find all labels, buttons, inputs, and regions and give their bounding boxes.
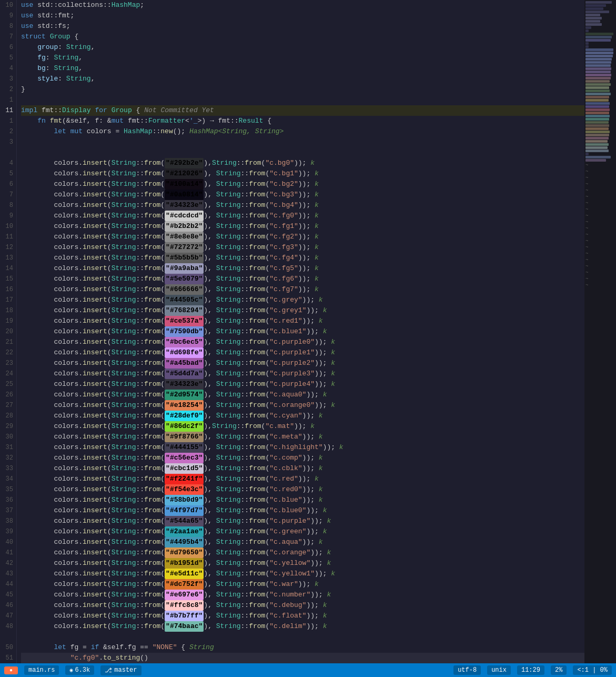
code-line: colors.insert(String::from("#292b2e"),St… (21, 158, 584, 168)
code-line: colors.insert(String::from("#e5d11c"), S… (21, 569, 584, 579)
size-icon: ◉ (69, 667, 73, 673)
code-line: colors.insert(String::from("#544a65"), S… (21, 516, 584, 526)
code-line (21, 632, 584, 642)
code-line: colors.insert(String::from("#9f8766"), S… (21, 432, 584, 442)
branch-name: master (114, 666, 137, 674)
code-line: colors.insert(String::from("#bc6ec5"), S… (21, 337, 584, 347)
code-line: colors.insert(String::from("#2d9574"), S… (21, 390, 584, 400)
code-line: colors.insert(String::from("#768294"), S… (21, 305, 584, 316)
code-line: use std::collections::HashMap; (21, 0, 584, 11)
code-line: colors.insert(String::from("#4f97d7"), S… (21, 505, 584, 516)
code-line: colors.insert(String::from("#cbc1d5"), S… (21, 463, 584, 474)
code-line: colors.insert(String::from("#8e8e8e"), S… (21, 232, 584, 242)
minimap: ~ ~ ~ ~ ~ ~ ~ ~ ~ ~ ~ ~ ~ ~ ~ ~ ~ ~ ~ ~ (584, 0, 616, 663)
code-line: colors.insert(String::from("#727272"), S… (21, 242, 584, 253)
code-line: group: String, (21, 42, 584, 53)
file-label: main.rs (28, 666, 55, 674)
cursor-pos-value: 11:29 (521, 666, 540, 674)
code-line: colors.insert(String::from("#58b0d9"), S… (21, 495, 584, 505)
code-line: colors.insert(String::from("#666666"), S… (21, 284, 584, 295)
code-line: colors.insert(String::from("#d698fe"), S… (21, 347, 584, 358)
code-line: colors.insert(String::from("#ce537a"), S… (21, 316, 584, 326)
encoding-value: utf-8 (458, 666, 477, 674)
zoom-level: 2% (551, 665, 567, 675)
encoding-label: utf-8 (453, 665, 481, 675)
code-line: colors.insert(String::from("#2aa1ae"), S… (21, 526, 584, 537)
branch-icon: ⎇ (105, 666, 112, 674)
statusbar: ● main.rs ◉ 6.3k ⎇ master utf-8 unix 11:… (0, 663, 616, 677)
code-line: use std::fmt; (21, 11, 584, 21)
code-editor: 10 9 8 7 6 5 4 3 2 1 11 1 2 3 4 5 6 7 8 … (0, 0, 616, 663)
code-line: colors.insert(String::from("#4495b4"), S… (21, 537, 584, 547)
code-line: colors.insert(String::from("#b1951d"), S… (21, 558, 584, 569)
code-line: colors.insert(String::from("#34323e"), S… (21, 200, 584, 211)
code-line (21, 147, 584, 158)
code-line: let mut colors = HashMap::new(); HashMap… (21, 126, 584, 137)
code-line: colors.insert(String::from("#34323e"), S… (21, 379, 584, 390)
code-line-cursor: "c.fg0".to_string() (21, 653, 584, 663)
code-line: colors.insert(String::from("#86dc2f"),St… (21, 421, 584, 432)
code-line: colors.insert(String::from("#5e5079"), S… (21, 274, 584, 284)
code-line: colors.insert(String::from("#9a9aba"), S… (21, 263, 584, 274)
branch-label: ⎇ master (100, 665, 141, 675)
code-line: colors.insert(String::from("#5b5b5b"), S… (21, 253, 584, 263)
code-line: let fg = if &self.fg == "NONE" { String (21, 642, 584, 653)
size-value: 6.3k (75, 666, 90, 674)
file-size: ◉ 6.3k (65, 665, 94, 675)
code-line: colors.insert(String::from("#dc752f"), S… (21, 579, 584, 590)
code-line: colors.insert(String::from("#e18254"), S… (21, 400, 584, 411)
cursor-position: 11:29 (517, 665, 544, 675)
code-line-commit: impl fmt::Display for Group { Not Commit… (21, 105, 584, 116)
code-line: colors.insert(String::from("#f2241f"), S… (21, 474, 584, 484)
code-line: colors.insert(String::from("#5d4d7a"), S… (21, 369, 584, 379)
code-line: colors.insert(String::from("#e697e6"), S… (21, 590, 584, 600)
code-line: colors.insert(String::from("#7590db"), S… (21, 326, 584, 337)
editor-container: 10 9 8 7 6 5 4 3 2 1 11 1 2 3 4 5 6 7 8 … (0, 0, 616, 677)
tab-circle-icon: ● (9, 668, 13, 673)
code-line: colors.insert(String::from("#212026"), S… (21, 168, 584, 179)
code-line: } (21, 84, 584, 95)
code-line: colors.insert(String::from("#44505c"), S… (21, 295, 584, 305)
line-ending-label: unix (487, 665, 511, 675)
code-line (21, 137, 584, 147)
code-line: colors.insert(String::from("#0a0814"), S… (21, 190, 584, 200)
code-line: colors.insert(String::from("#cdcdcd"), S… (21, 211, 584, 221)
code-line: bg: String, (21, 63, 584, 74)
tab-indicator: ● (4, 666, 18, 674)
code-content[interactable]: use std::collections::HashMap; use std::… (17, 0, 584, 663)
code-line: colors.insert(String::from("#ffc8c8"), S… (21, 600, 584, 611)
code-line: use std::fs; (21, 21, 584, 32)
code-line: colors.insert(String::from("#28def0"), S… (21, 411, 584, 421)
code-line: colors.insert(String::from("#74baac"), S… (21, 621, 584, 632)
code-line: fn fmt(&self, f: &mut fmt::Formatter<'_>… (21, 116, 584, 126)
code-line: colors.insert(String::from("#444155"), S… (21, 442, 584, 453)
code-line: style: String, (21, 74, 584, 84)
code-line: colors.insert(String::from("#b7b7ff"), S… (21, 611, 584, 621)
code-line (21, 95, 584, 105)
line-numbers: 10 9 8 7 6 5 4 3 2 1 11 1 2 3 4 5 6 7 8 … (0, 0, 17, 663)
line-ending-value: unix (491, 666, 507, 674)
scroll-position: <:1 | 0% (573, 665, 612, 675)
code-line: colors.insert(String::from("#f54e3c"), S… (21, 484, 584, 495)
zoom-value: 2% (555, 666, 562, 674)
code-line: colors.insert(String::from("#c56ec3"), S… (21, 453, 584, 463)
code-line: colors.insert(String::from("#100a14"), S… (21, 179, 584, 190)
code-line: colors.insert(String::from("#a45bad"), S… (21, 358, 584, 369)
code-line: struct Group { (21, 32, 584, 42)
code-line: fg: String, (21, 53, 584, 63)
scroll-pos-value: <:1 | 0% (577, 666, 608, 674)
code-line: colors.insert(String::from("#d79650"), S… (21, 547, 584, 558)
git-tab[interactable]: main.rs (24, 665, 59, 675)
code-line: colors.insert(String::from("#b2b2b2"), S… (21, 221, 584, 232)
